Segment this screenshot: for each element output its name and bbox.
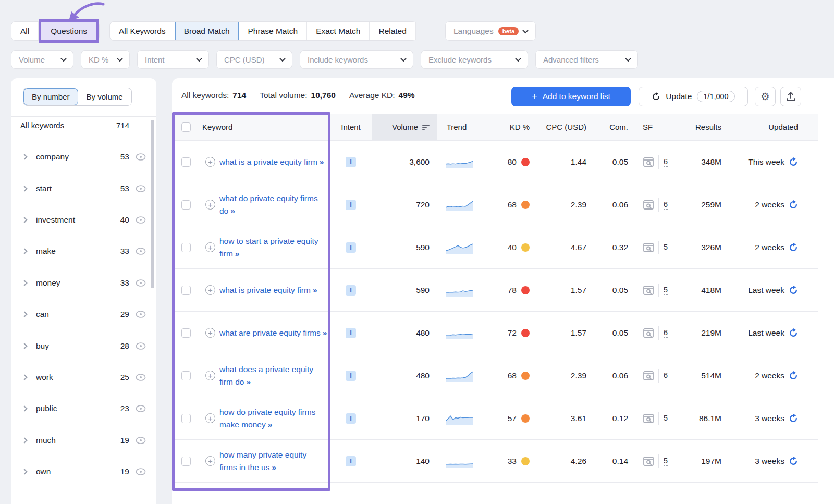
expand-plus-icon[interactable]: +	[205, 200, 215, 210]
row-checkbox[interactable]	[181, 200, 191, 210]
open-keyword-icon[interactable]: »	[235, 249, 239, 258]
eye-icon[interactable]	[136, 311, 146, 318]
intent-badge[interactable]: I	[346, 328, 356, 338]
toggle-by-number[interactable]: By number	[23, 88, 78, 105]
filter-dropdown[interactable]: Intent	[137, 50, 209, 69]
keyword-group-item[interactable]: investment 40	[11, 204, 156, 236]
keyword-group-item[interactable]: own 19	[11, 456, 156, 487]
sf-count-link[interactable]: 6	[664, 328, 668, 338]
chevron-right-icon[interactable]	[21, 406, 27, 412]
keyword-link[interactable]: what is a private equity firm»	[219, 156, 323, 168]
toggle-by-volume[interactable]: By volume	[78, 88, 131, 105]
tab-questions[interactable]: Questions	[42, 27, 96, 36]
expand-plus-icon[interactable]: +	[205, 285, 215, 295]
serp-preview-icon[interactable]	[643, 200, 654, 210]
row-checkbox[interactable]	[181, 371, 191, 380]
eye-icon[interactable]	[136, 279, 146, 287]
open-keyword-icon[interactable]: »	[323, 328, 326, 337]
keyword-link[interactable]: how many private equity firms in the us»	[219, 449, 326, 473]
expand-plus-icon[interactable]: +	[205, 371, 215, 380]
chevron-right-icon[interactable]	[21, 280, 27, 286]
eye-icon[interactable]	[136, 374, 146, 381]
sf-count-link[interactable]: 6	[664, 371, 668, 380]
serp-preview-icon[interactable]	[643, 286, 654, 295]
open-keyword-icon[interactable]: »	[272, 463, 275, 472]
serp-preview-icon[interactable]	[643, 328, 654, 338]
eye-icon[interactable]	[136, 405, 146, 412]
keyword-group-item[interactable]: work 25	[11, 362, 156, 393]
sf-count-link[interactable]: 5	[664, 242, 668, 252]
keyword-group-item[interactable]: can 29	[11, 299, 156, 330]
header-volume[interactable]: Volume	[372, 114, 437, 140]
eye-icon[interactable]	[136, 185, 146, 192]
keyword-link[interactable]: what does a private equity firm do»	[219, 363, 326, 388]
tab-match-type[interactable]: Exact Match	[307, 22, 370, 40]
add-to-keyword-list-button[interactable]: + Add to keyword list	[511, 87, 631, 106]
serp-preview-icon[interactable]	[643, 157, 654, 167]
keyword-group-item[interactable]: much 19	[11, 425, 156, 456]
header-kd[interactable]: KD %	[482, 122, 537, 131]
intent-badge[interactable]: I	[346, 285, 356, 296]
intent-badge[interactable]: I	[346, 157, 356, 167]
keyword-link[interactable]: how to start a private equity firm»	[219, 235, 326, 260]
expand-plus-icon[interactable]: +	[205, 413, 215, 423]
row-checkbox[interactable]	[181, 457, 191, 466]
keyword-link[interactable]: what do private equity firms do»	[219, 192, 326, 217]
refresh-metrics-icon[interactable]	[789, 157, 798, 167]
header-sf[interactable]: SF	[629, 122, 675, 131]
refresh-metrics-icon[interactable]	[789, 328, 798, 338]
refresh-metrics-icon[interactable]	[789, 200, 798, 210]
open-keyword-icon[interactable]: »	[230, 206, 234, 215]
serp-preview-icon[interactable]	[643, 414, 654, 423]
keyword-link[interactable]: how do private equity firms make money»	[219, 406, 326, 431]
languages-dropdown[interactable]: Languages beta	[445, 21, 536, 41]
refresh-metrics-icon[interactable]	[789, 286, 798, 295]
eye-icon[interactable]	[136, 437, 146, 444]
serp-preview-icon[interactable]	[643, 457, 654, 466]
sf-count-link[interactable]: 5	[664, 285, 668, 295]
header-results[interactable]: Results	[675, 122, 725, 131]
sidebar-scrollbar[interactable]	[151, 120, 154, 288]
header-updated[interactable]: Updated	[725, 122, 816, 131]
tab-match-type[interactable]: Phrase Match	[239, 22, 308, 40]
chevron-right-icon[interactable]	[21, 437, 27, 443]
header-com[interactable]: Com.	[592, 122, 629, 131]
chevron-right-icon[interactable]	[21, 249, 27, 254]
expand-plus-icon[interactable]: +	[205, 456, 215, 466]
serp-preview-icon[interactable]	[643, 371, 654, 380]
refresh-metrics-icon[interactable]	[789, 457, 798, 466]
export-button[interactable]	[780, 87, 801, 106]
keyword-link[interactable]: what are private equity firms»	[219, 327, 326, 339]
expand-plus-icon[interactable]: +	[205, 157, 215, 167]
intent-badge[interactable]: I	[346, 200, 356, 210]
settings-button[interactable]: ⚙	[755, 87, 776, 106]
chevron-right-icon[interactable]	[21, 469, 27, 474]
chevron-right-icon[interactable]	[21, 154, 27, 160]
refresh-metrics-icon[interactable]	[789, 243, 798, 252]
row-checkbox[interactable]	[181, 414, 191, 423]
tab-match-type[interactable]: Broad Match	[175, 22, 239, 40]
eye-icon[interactable]	[136, 342, 146, 350]
keyword-group-item[interactable]: make 33	[11, 236, 156, 267]
row-checkbox[interactable]	[181, 157, 191, 167]
chevron-right-icon[interactable]	[21, 374, 27, 380]
sf-count-link[interactable]: 5	[664, 413, 668, 423]
keyword-link[interactable]: what is private equity firm»	[219, 284, 316, 296]
filter-dropdown[interactable]: KD %	[81, 50, 130, 69]
sf-count-link[interactable]: 5	[664, 456, 668, 466]
sf-count-link[interactable]: 6	[664, 157, 668, 167]
intent-badge[interactable]: I	[346, 456, 356, 466]
open-keyword-icon[interactable]: »	[313, 286, 316, 294]
chevron-right-icon[interactable]	[21, 343, 27, 349]
sidebar-header[interactable]: All keywords 714	[20, 121, 129, 130]
keyword-group-item[interactable]: buy 28	[11, 330, 156, 361]
select-all-checkbox[interactable]	[181, 122, 191, 132]
refresh-metrics-icon[interactable]	[789, 414, 798, 423]
eye-icon[interactable]	[136, 216, 146, 224]
header-cpc[interactable]: CPC (USD)	[537, 122, 592, 131]
sf-count-link[interactable]: 6	[664, 200, 668, 210]
intent-badge[interactable]: I	[346, 413, 356, 424]
filter-dropdown[interactable]: CPC (USD)	[216, 50, 292, 69]
tab-all[interactable]: All	[11, 22, 39, 40]
chevron-right-icon[interactable]	[21, 217, 27, 223]
